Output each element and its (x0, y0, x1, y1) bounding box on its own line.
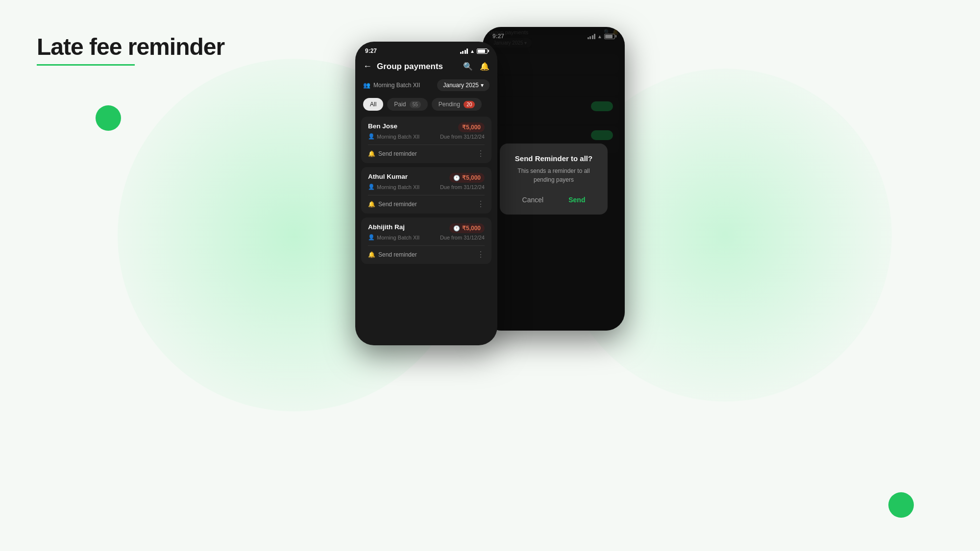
amount-badge-3: 🕐 ₹5,000 (449, 223, 485, 233)
bell-small-icon-3: 🔔 (368, 251, 375, 258)
search-icon[interactable]: 🔍 (463, 62, 473, 71)
back-button[interactable]: ← (363, 61, 372, 72)
more-options-3[interactable]: ⋮ (477, 250, 485, 259)
card-batch-2: 👤 Morning Batch XII (368, 184, 419, 190)
bell-small-icon-1: 🔔 (368, 150, 375, 157)
amount-badge-1: ₹5,000 (458, 122, 485, 132)
tabs: All Paid 55 Pending 20 (355, 96, 497, 117)
more-options-1[interactable]: ⋮ (477, 149, 485, 158)
send-button[interactable]: Send (561, 193, 593, 207)
app-header: ← Group payments 🔍 🔔 (355, 57, 497, 76)
header-icons: 🔍 🔔 (463, 62, 490, 71)
due-date-2: Due from 31/12/24 (440, 184, 485, 190)
due-date-1: Due from 31/12/24 (440, 134, 485, 140)
status-bar-1: 9:27 ▲ (355, 42, 497, 57)
decorative-circle-left (96, 105, 121, 131)
bell-icon[interactable]: 🔔 (480, 62, 490, 71)
person-icon-2: 👤 (368, 184, 375, 190)
chevron-down-icon: ▾ (481, 82, 484, 89)
phone-1: 9:27 ▲ ← Group payments 🔍 🔔 (355, 42, 497, 345)
send-reminder-btn-1[interactable]: 🔔 Send reminder (368, 150, 417, 157)
send-reminder-btn-3[interactable]: 🔔 Send reminder (368, 251, 417, 258)
people-icon: 👥 (363, 82, 370, 89)
dialog-title: Send Reminder to all? (510, 154, 598, 163)
paid-count-badge: 55 (410, 101, 421, 108)
due-date-3: Due from 31/12/24 (440, 235, 485, 240)
title-underline (37, 64, 135, 66)
payment-card-2: Athul Kumar 🕐 ₹5,000 👤 Morning Batch XII… (361, 167, 491, 214)
card-batch-1: 👤 Morning Batch XII (368, 133, 419, 140)
dialog-buttons: Cancel Send (510, 193, 598, 207)
payer-name-2: Athul Kumar (368, 173, 408, 180)
batch-selector: 👥 Morning Batch XII January 2025 ▾ (355, 76, 497, 96)
wifi-icon: ▲ (470, 48, 475, 54)
payment-card-3: Abhijith Raj 🕐 ₹5,000 👤 Morning Batch XI… (361, 217, 491, 264)
month-selector[interactable]: January 2025 ▾ (437, 79, 490, 91)
payer-name-3: Abhijith Raj (368, 223, 405, 231)
person-icon-3: 👤 (368, 234, 375, 240)
amount-value-1: ₹5,000 (462, 124, 481, 131)
pending-count-badge: 20 (464, 101, 475, 108)
time-1: 9:27 (365, 48, 377, 54)
payment-card-1: Ben Jose ₹5,000 👤 Morning Batch XII Due … (361, 117, 491, 163)
amount-value-2: ₹5,000 (462, 174, 481, 181)
send-reminder-dialog: Send Reminder to all? This sends a remin… (500, 144, 608, 215)
batch-name: 👥 Morning Batch XII (363, 82, 420, 89)
status-icons-1: ▲ (460, 48, 488, 54)
phone-2: 9:27 ▲ Group payments 🔍 🔔 January (483, 27, 625, 331)
phones-container: 9:27 ▲ ← Group payments 🔍 🔔 (355, 27, 625, 345)
dialog-description: This sends a reminder to all pending pay… (510, 167, 598, 184)
bell-small-icon-2: 🔔 (368, 201, 375, 208)
clock-icon-2: 🕐 (453, 175, 460, 181)
tab-pending[interactable]: Pending 20 (432, 98, 482, 111)
payer-name-1: Ben Jose (368, 122, 397, 130)
amount-badge-2: 🕐 ₹5,000 (449, 173, 485, 183)
more-options-2[interactable]: ⋮ (477, 199, 485, 209)
decorative-circle-right (888, 492, 914, 518)
cancel-button[interactable]: Cancel (514, 193, 552, 207)
clock-icon-3: 🕐 (453, 225, 460, 232)
tab-paid[interactable]: Paid 55 (387, 98, 428, 111)
person-icon-1: 👤 (368, 133, 375, 140)
signal-icon (460, 48, 468, 54)
header-title: Group payments (377, 62, 463, 72)
amount-value-3: ₹5,000 (462, 225, 481, 232)
card-batch-3: 👤 Morning Batch XII (368, 234, 419, 240)
tab-all[interactable]: All (363, 98, 383, 111)
page-title-section: Late fee reminder (37, 33, 224, 66)
dialog-overlay: Send Reminder to all? This sends a remin… (483, 27, 625, 331)
battery-icon (477, 48, 488, 54)
page-title: Late fee reminder (37, 33, 224, 60)
send-reminder-btn-2[interactable]: 🔔 Send reminder (368, 201, 417, 208)
